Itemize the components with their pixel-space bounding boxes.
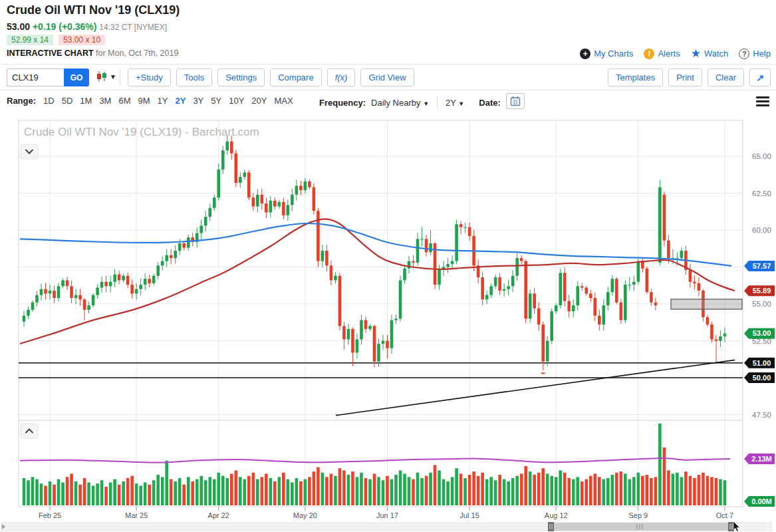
volume-bar (611, 475, 614, 505)
volume-bar (265, 473, 268, 505)
volume-bar (217, 473, 220, 505)
price-pane-collapse-button[interactable] (21, 144, 38, 159)
volume-bar (563, 473, 567, 505)
candle (489, 286, 493, 295)
volume-bar (386, 476, 389, 505)
volume-bar (438, 470, 441, 505)
volume-bar (118, 485, 121, 505)
candle (96, 288, 99, 295)
volume-bar (698, 475, 701, 505)
candle (70, 286, 73, 298)
volume-bar (27, 480, 30, 505)
candle (589, 293, 592, 298)
volume-bar (463, 478, 467, 505)
volume-bar (308, 477, 311, 505)
candle (321, 251, 324, 261)
volume-bar (49, 481, 52, 505)
x-axis-label: Apr 22 (208, 511, 229, 519)
candle (520, 258, 523, 261)
candle (165, 255, 168, 261)
volume-bar (96, 483, 99, 505)
candle (170, 255, 173, 258)
volume-bar (434, 465, 437, 505)
candle (317, 211, 320, 261)
volume-bar (247, 476, 251, 505)
candle (698, 283, 701, 291)
candle (83, 299, 86, 310)
price-axis-label: 60.00 (752, 226, 771, 234)
volume-bar (130, 476, 134, 505)
volume-bar (632, 477, 636, 505)
volume-bar (66, 477, 69, 505)
trendline[interactable] (336, 360, 735, 415)
volume-bar (74, 481, 78, 505)
candle (213, 198, 216, 208)
x-axis-label: Oct 7 (716, 511, 733, 519)
candle (555, 305, 558, 311)
volume-bar (503, 479, 506, 505)
candle (230, 142, 233, 154)
volume-bar (451, 477, 454, 505)
candle (581, 286, 584, 287)
candle (299, 186, 303, 190)
volume-bar (403, 473, 406, 505)
candle (615, 279, 618, 303)
candle (611, 279, 614, 292)
volume-bar (78, 485, 82, 505)
volume-bar (689, 476, 692, 505)
volume-bar (304, 479, 307, 505)
volume-bar (481, 473, 484, 505)
candle (382, 341, 385, 344)
candle (87, 305, 90, 310)
chart-canvas[interactable]: Crude Oil WTI Nov '19 (CLX19) - Barchart… (0, 0, 776, 532)
scrollbar-range[interactable] (551, 523, 731, 531)
highlight-box-annotation[interactable] (671, 299, 742, 309)
volume-bar (273, 481, 277, 505)
candle (53, 291, 56, 298)
candle (204, 217, 207, 225)
volume-bar (239, 477, 242, 505)
candle (706, 317, 710, 325)
candle (689, 270, 692, 282)
volume-bar (576, 477, 579, 505)
volume-bar (191, 481, 194, 505)
volume-bar (459, 473, 463, 505)
volume-bar (706, 476, 710, 505)
candle (723, 333, 727, 336)
candle (390, 320, 394, 348)
candle (31, 303, 35, 310)
volume-bar (511, 478, 515, 505)
volume-bar (208, 477, 211, 505)
candle (49, 291, 52, 293)
volume-pane-expand-button[interactable] (21, 424, 38, 438)
candle (199, 225, 203, 233)
volume-bar (161, 477, 164, 505)
volume-bar (472, 471, 475, 505)
volume-bar (213, 479, 216, 505)
candle (377, 344, 380, 362)
scrollbar-handle[interactable] (548, 522, 554, 531)
volume-bar (182, 485, 186, 505)
volume-bar (23, 478, 26, 505)
volume-bar (602, 479, 606, 505)
volume-bar (555, 477, 558, 505)
candle (40, 289, 43, 295)
candle (481, 277, 484, 299)
candle (628, 285, 632, 285)
candle (494, 277, 497, 286)
candle (715, 339, 718, 340)
volume-bar (156, 475, 160, 505)
candle (243, 172, 247, 177)
candle (394, 319, 398, 320)
volume-bar (624, 473, 627, 505)
volume-bar (524, 466, 527, 505)
volume-bar (680, 477, 684, 505)
volume-bar (693, 478, 696, 505)
volume-bar (658, 424, 662, 505)
volume-bar (148, 485, 151, 505)
volume-bar (204, 480, 207, 505)
volume-bar (567, 478, 571, 505)
volume-bar (581, 481, 584, 505)
candle (66, 280, 69, 286)
candle (719, 336, 722, 341)
